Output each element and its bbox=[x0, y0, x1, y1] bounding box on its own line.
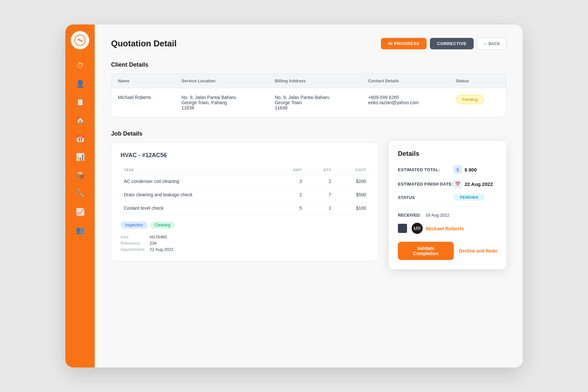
status-label: STATUS bbox=[398, 195, 453, 200]
contact-email: eeko.razlan@yahoo.com bbox=[368, 100, 443, 105]
tag-inspection: Inspection bbox=[121, 221, 148, 229]
page-title: Quotation Detail bbox=[111, 39, 177, 49]
users-icon: 👥 bbox=[76, 226, 85, 235]
box-icon: 📦 bbox=[76, 171, 85, 180]
task-qty-2: 7 bbox=[305, 188, 335, 202]
billing-icon: 📋 bbox=[76, 98, 85, 106]
sidebar-item-tools[interactable]: 🔧 bbox=[70, 186, 90, 202]
details-panel-col: Details ESTIMATED TOTAL: $ $ 800 ESTIMAT… bbox=[389, 130, 506, 269]
sidebar-item-analytics[interactable]: 📈 bbox=[70, 204, 90, 220]
validate-completion-button[interactable]: Validate Completion bbox=[398, 242, 454, 260]
visit-value: #G76465 bbox=[150, 235, 369, 239]
back-button[interactable]: ← BACK bbox=[477, 38, 506, 50]
calendar-detail-icon: 📅 bbox=[453, 180, 462, 188]
task-table: TASK UNIT QTY COST AC condenser coil cle… bbox=[121, 165, 369, 215]
dollar-icon: $ bbox=[453, 165, 462, 174]
details-status-badge: PENDING bbox=[453, 194, 485, 201]
sidebar-item-dashboard[interactable]: ⏱ bbox=[70, 58, 90, 74]
client-avatar: MR bbox=[412, 223, 423, 234]
sidebar-item-users[interactable]: 👥 bbox=[70, 222, 90, 238]
client-details-title: Client Details bbox=[111, 61, 506, 68]
task-name-1: AC condenser coil cleaning bbox=[121, 175, 273, 188]
col-name: Name bbox=[111, 74, 175, 88]
sidebar-item-billing[interactable]: 📋 bbox=[70, 94, 90, 110]
job-details-title: Job Details bbox=[111, 130, 379, 137]
status-badge: Pending bbox=[456, 95, 484, 104]
job-details-col: Job Details HVAC - #12AC56 TASK UNIT QTY… bbox=[111, 130, 379, 261]
action-buttons: Validate Completion Decline and Redo bbox=[398, 242, 497, 260]
client-table: Name Service Location Billing Address Co… bbox=[111, 74, 506, 117]
profile-icon: 👤 bbox=[76, 80, 85, 88]
header-actions: IN PROGRESS CORRECTIVE ← BACK bbox=[381, 38, 506, 50]
job-card-title: HVAC - #12AC56 bbox=[121, 152, 369, 159]
visit-label: Visit bbox=[121, 235, 144, 239]
job-meta: Visit #G76465 Reference 234 Appointment … bbox=[121, 235, 369, 252]
task-row-2: Drain cleaning and leakage check 2 7 $50… bbox=[121, 188, 369, 202]
in-progress-button[interactable]: IN PROGRESS bbox=[381, 38, 427, 49]
contact-phone: +609-599 6265 bbox=[368, 95, 443, 100]
task-row-3: Coolant level check 5 1 $100 bbox=[121, 202, 369, 215]
dashboard-icon: ⏱ bbox=[76, 61, 84, 70]
client-table-header-row: Name Service Location Billing Address Co… bbox=[111, 74, 506, 88]
tag-cleaning: Cleaning bbox=[150, 221, 175, 229]
client-row: MR Michael Roberts bbox=[398, 223, 497, 234]
job-tags: Inspection Cleaning bbox=[121, 221, 369, 229]
client-service-location-cell: No. 9, Jalan Pantai BaharuGeorge Town, P… bbox=[175, 88, 269, 117]
task-cost-1: $200 bbox=[335, 175, 369, 188]
sidebar: ⏱ 👤 📋 🏠 📅 📊 📦 🔧 📈 👥 bbox=[65, 24, 95, 368]
sidebar-item-calendar[interactable]: 📅 bbox=[70, 131, 90, 147]
tools-icon: 🔧 bbox=[76, 189, 85, 198]
appointment-value: 22 Aug 2022 bbox=[150, 247, 369, 252]
sidebar-item-profile[interactable]: 👤 bbox=[70, 76, 90, 92]
client-billing-address-cell: No. 9, Jalan Pantai BaharuGeorge Town116… bbox=[268, 88, 362, 117]
decline-redo-button[interactable]: Decline and Redo bbox=[459, 248, 497, 253]
task-unit-1: 3 bbox=[273, 175, 305, 188]
estimated-finish-value: 22 Aug 2022 bbox=[465, 181, 493, 187]
client-thumbnail bbox=[398, 224, 407, 233]
estimated-total-value: $ 800 bbox=[465, 167, 477, 172]
estimated-finish-row: ESTIMATED FINISH DATE: 📅 22 Aug 2022 bbox=[398, 180, 497, 188]
estimated-total-label: ESTIMATED TOTAL: bbox=[398, 167, 453, 172]
reports-icon: 📊 bbox=[76, 153, 85, 161]
job-card: HVAC - #12AC56 TASK UNIT QTY COST bbox=[111, 142, 379, 261]
main-content: Quotation Detail IN PROGRESS CORRECTIVE … bbox=[95, 24, 523, 368]
col-task: TASK bbox=[121, 165, 273, 175]
sidebar-item-home[interactable]: 🏠 bbox=[70, 113, 90, 128]
service-location-text: No. 9, Jalan Pantai BaharuGeorge Town, P… bbox=[182, 95, 236, 110]
task-table-header: TASK UNIT QTY COST bbox=[121, 165, 369, 175]
task-row-1: AC condenser coil cleaning 3 2 $200 bbox=[121, 175, 369, 188]
task-name-2: Drain cleaning and leakage check bbox=[121, 188, 273, 202]
app-logo bbox=[71, 31, 89, 49]
details-panel-title: Details bbox=[398, 150, 497, 157]
home-icon: 🏠 bbox=[76, 116, 85, 125]
reference-label: Reference bbox=[121, 241, 144, 246]
task-qty-1: 2 bbox=[305, 175, 335, 188]
client-name-link[interactable]: Michael Roberts bbox=[426, 226, 464, 231]
client-contact-cell: +609-599 6265 eeko.razlan@yahoo.com bbox=[362, 88, 449, 117]
sidebar-item-inventory[interactable]: 📦 bbox=[70, 168, 90, 183]
client-name-cell: Michael Roberts bbox=[111, 88, 175, 117]
calendar-icon: 📅 bbox=[76, 135, 85, 143]
estimated-finish-label: ESTIMATED FINISH DATE: bbox=[398, 182, 453, 187]
col-cost: COST bbox=[335, 165, 369, 175]
client-table-row: Michael Roberts No. 9, Jalan Pantai Baha… bbox=[111, 88, 506, 117]
task-qty-3: 1 bbox=[305, 202, 335, 215]
corrective-button[interactable]: CORRECTIVE bbox=[430, 38, 474, 49]
details-panel: Details ESTIMATED TOTAL: $ $ 800 ESTIMAT… bbox=[389, 141, 506, 269]
task-unit-3: 5 bbox=[273, 202, 305, 215]
two-col-layout: Job Details HVAC - #12AC56 TASK UNIT QTY… bbox=[111, 130, 506, 269]
task-unit-2: 2 bbox=[273, 188, 305, 202]
received-label: RECEIVED: bbox=[398, 213, 421, 218]
analytics-icon: 📈 bbox=[76, 208, 85, 216]
client-details-section: Client Details Name Service Location Bil… bbox=[111, 61, 506, 117]
divider bbox=[398, 206, 497, 207]
task-name-3: Coolant level check bbox=[121, 202, 273, 215]
status-row: STATUS PENDING bbox=[398, 194, 497, 201]
sidebar-item-reports[interactable]: 📊 bbox=[70, 149, 90, 165]
col-qty: QTY bbox=[305, 165, 335, 175]
reference-value: 234 bbox=[150, 241, 369, 246]
task-cost-3: $100 bbox=[335, 202, 369, 215]
svg-point-1 bbox=[79, 39, 81, 41]
received-date: 18 Aug 2022 bbox=[426, 213, 449, 218]
received-row: RECEIVED: 18 Aug 2022 bbox=[398, 213, 497, 218]
